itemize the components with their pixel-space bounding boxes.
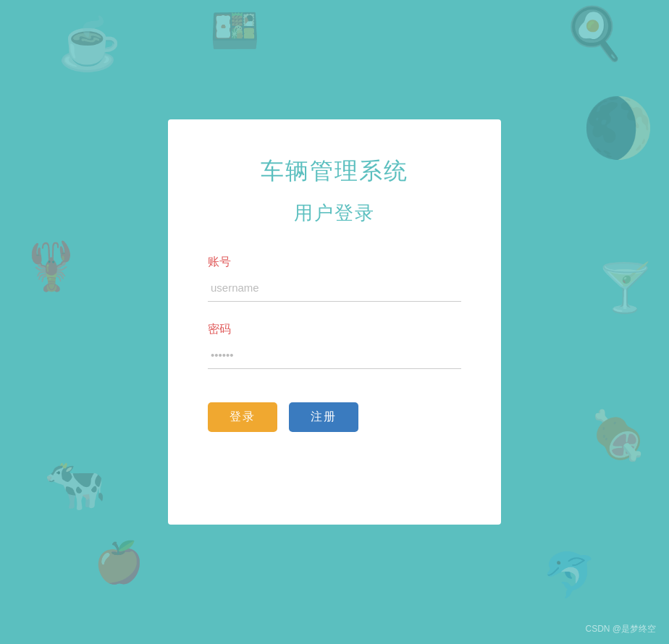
bg-decoration-10: 🌒 [582, 94, 655, 162]
register-button[interactable]: 注册 [289, 402, 358, 432]
bg-decoration-8: 🍎 [94, 539, 144, 586]
bg-decoration-11: 🍖 [589, 408, 647, 463]
watermark: CSDN @是梦终空 [585, 623, 656, 635]
system-title: 车辆管理系统 [261, 156, 408, 187]
login-card: 车辆管理系统 用户登录 账号 密码 登录 注册 [168, 119, 501, 525]
bg-decoration-6: 🐄 [43, 454, 106, 514]
bg-decoration-2: 🍱 [210, 7, 260, 54]
password-label: 密码 [208, 322, 461, 337]
login-subtitle: 用户登录 [294, 200, 375, 226]
bg-decoration-9: 🐬 [542, 549, 597, 601]
login-button[interactable]: 登录 [208, 402, 277, 432]
username-label: 账号 [208, 255, 461, 270]
button-row: 登录 注册 [208, 402, 461, 432]
bg-decoration-3: 🍳 [563, 4, 626, 63]
password-input[interactable] [208, 343, 461, 369]
login-form: 账号 密码 登录 注册 [208, 255, 461, 432]
username-input[interactable] [208, 276, 461, 302]
bg-decoration-4: 🦞 [22, 239, 80, 294]
bg-decoration-1: ☕ [58, 14, 121, 74]
bg-decoration-5: 🍸 [596, 260, 655, 315]
